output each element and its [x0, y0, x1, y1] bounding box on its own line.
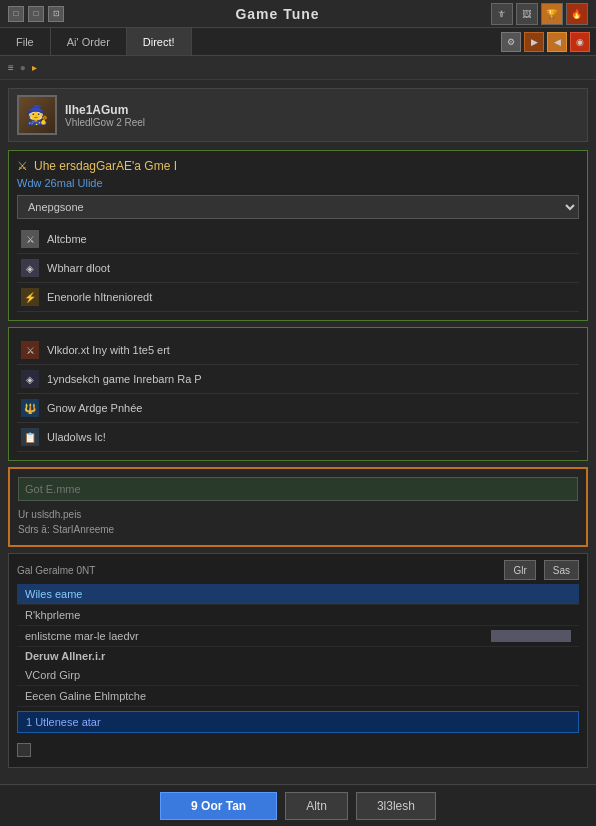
section2-item-1[interactable]: ◈ 1yndsekch game Inrebarn Ra P — [17, 365, 579, 394]
window-controls[interactable]: □ □ ⊡ — [8, 6, 64, 22]
section2-item-0[interactable]: ⚔ Vlkdor.xt Iny with 1te5 ert — [17, 336, 579, 365]
section2-item-0-label: Vlkdor.xt Iny with 1te5 ert — [47, 344, 170, 356]
fire-icon: 🔥 — [566, 3, 588, 25]
section2-item-1-label: 1yndsekch game Inrebarn Ra P — [47, 373, 202, 385]
section2: ⚔ Vlkdor.xt Iny with 1te5 ert ◈ 1yndsekc… — [8, 327, 588, 461]
list-item-2[interactable]: ⚡ Enenorle hItnenioredt — [17, 283, 579, 312]
got-emme-input[interactable] — [18, 477, 578, 501]
list-item-0-icon: ⚔ — [21, 230, 39, 248]
tab-action-settings[interactable]: ⚙ — [501, 32, 521, 52]
breadcrumb: ≡ ● ▸ — [0, 56, 596, 80]
avatar: 🧙 — [17, 95, 57, 135]
section1-label: Wdw 26mal Ulide — [17, 177, 579, 189]
list-item-0-label: Altcbme — [47, 233, 87, 245]
bottom-section: Gal Geralme 0NT Glr Sas Wiles eame R'khp… — [8, 553, 588, 768]
list-item-1-icon: ◈ — [21, 259, 39, 277]
maximize-icon[interactable]: □ — [28, 6, 44, 22]
dropdown-select[interactable]: Anepgsone — [17, 195, 579, 219]
bottom-row-header: Gal Geralme 0NT Glr Sas — [17, 560, 579, 580]
main-action-button[interactable]: 9 Oor Tan — [160, 792, 277, 820]
bottom-list-item-5[interactable]: Eecen Galine Ehlmptche — [17, 686, 579, 707]
alt-button[interactable]: Altn — [285, 792, 348, 820]
sword-icon: 🗡 — [491, 3, 513, 25]
corner-icons: 🗡 🖼 🏆 🔥 — [491, 3, 588, 25]
tab-direct[interactable]: Direct! — [127, 28, 192, 55]
trophy-icon: 🏆 — [541, 3, 563, 25]
profile-section: 🧙 IIhe1AGum VhledlGow 2 Reel — [8, 88, 588, 142]
list-item-1-label: Wbharr dloot — [47, 262, 110, 274]
checkbox-row — [17, 739, 579, 761]
bottom-list-item-3[interactable]: Deruw Allner.i.r — [17, 647, 579, 665]
section2-item-3-label: Uladolws lc! — [47, 431, 106, 443]
section-game-settings: ⚔ Uhe ersdagGarAE'a Gme I Wdw 26mal Ulid… — [8, 150, 588, 321]
profile-info: IIhe1AGum VhledlGow 2 Reel — [65, 103, 579, 128]
tab-action-play[interactable]: ▶ — [524, 32, 544, 52]
profile-subtitle: VhledlGow 2 Reel — [65, 117, 579, 128]
bottom-list-item-1[interactable]: R'khprleme — [17, 605, 579, 626]
profile-name: IIhe1AGum — [65, 103, 579, 117]
glr-button[interactable]: Glr — [504, 560, 535, 580]
section1-header: ⚔ Uhe ersdagGarAE'a Gme I — [17, 159, 579, 173]
section2-item-3-icon: 📋 — [21, 428, 39, 446]
window-title: Game Tune — [235, 6, 319, 22]
title-bar: □ □ ⊡ Game Tune 🗡 🖼 🏆 🔥 — [0, 0, 596, 28]
tab-bar: File Ai' Order Direct! ⚙ ▶ ◀ ◉ — [0, 28, 596, 56]
section2-item-0-icon: ⚔ — [21, 341, 39, 359]
breadcrumb-menu[interactable]: ≡ — [8, 62, 14, 73]
sas-button[interactable]: Sas — [544, 560, 579, 580]
gallery-icon: 🖼 — [516, 3, 538, 25]
bottom-row-label: Gal Geralme 0NT — [17, 563, 496, 578]
section2-item-3[interactable]: 📋 Uladolws lc! — [17, 423, 579, 452]
bottom-list-item-2[interactable]: enlistcme mar-le laedvr — [17, 626, 579, 647]
blue-item[interactable]: 1 Utlenese atar — [17, 711, 579, 733]
section2-item-2-icon: 🔱 — [21, 399, 39, 417]
orange-label2: Sdrs ā: StarIAnreeme — [18, 522, 578, 537]
bottom-list-item-0[interactable]: Wiles eame — [17, 584, 579, 605]
shield-icon: ⚔ — [17, 159, 28, 173]
breadcrumb-active[interactable]: ▸ — [32, 62, 37, 73]
list-item-2-label: Enenorle hItnenioredt — [47, 291, 152, 303]
section2-item-1-icon: ◈ — [21, 370, 39, 388]
orange-label1: Ur uslsdh.peis — [18, 507, 578, 522]
breadcrumb-sep1: ● — [20, 62, 26, 73]
tab-action-circle[interactable]: ◉ — [570, 32, 590, 52]
tab-file[interactable]: File — [0, 28, 51, 55]
close-icon[interactable]: ⊡ — [48, 6, 64, 22]
avatar-image: 🧙 — [19, 97, 55, 133]
checkbox-input[interactable] — [17, 743, 31, 757]
tab-action-back[interactable]: ◀ — [547, 32, 567, 52]
list-item-0[interactable]: ⚔ Altcbme — [17, 225, 579, 254]
main-content: 🧙 IIhe1AGum VhledlGow 2 Reel ⚔ Uhe ersda… — [0, 80, 596, 826]
orange-section: Ur uslsdh.peis Sdrs ā: StarIAnreeme — [8, 467, 588, 547]
list-item-1[interactable]: ◈ Wbharr dloot — [17, 254, 579, 283]
list-item-2-icon: ⚡ — [21, 288, 39, 306]
footer: 9 Oor Tan Altn 3l3lesh — [0, 784, 596, 826]
minimize-icon[interactable]: □ — [8, 6, 24, 22]
section2-item-2[interactable]: 🔱 Gnow Ardge Pnhée — [17, 394, 579, 423]
section2-item-2-label: Gnow Ardge Pnhée — [47, 402, 142, 414]
tab-ai-order[interactable]: Ai' Order — [51, 28, 127, 55]
bottom-list-item-4[interactable]: VCord Girp — [17, 665, 579, 686]
refresh-button[interactable]: 3l3lesh — [356, 792, 436, 820]
